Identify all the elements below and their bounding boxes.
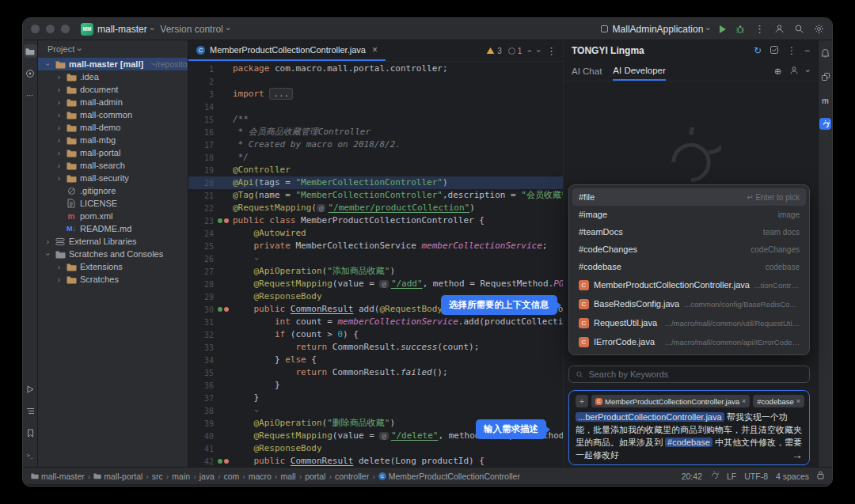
context-menu-item[interactable]: #codeChanges codeChanges [572,241,806,258]
code-line[interactable]: 31 int count = memberCollectionService.a… [188,316,563,328]
remove-chip-icon[interactable]: × [796,397,800,405]
code-line[interactable]: 34 } else { [188,354,563,366]
tree-item[interactable]: › mall-admin [38,96,188,108]
tree-item[interactable]: › mall-demo [38,121,188,134]
line-number[interactable]: 30 [188,303,214,316]
line-number[interactable]: 3 [188,88,214,100]
tree-item[interactable]: › .idea [38,70,188,83]
gutter-icons[interactable] [214,265,233,278]
line-number[interactable]: 1 [188,63,214,75]
line-number[interactable]: 24 [188,227,214,240]
code-line[interactable]: 27 @ApiOperation("添加商品收藏") [188,265,563,278]
gutter-icons[interactable] [214,240,233,252]
breadcrumb-item[interactable]: main [172,472,190,481]
breadcrumb-item[interactable]: src [152,472,163,481]
breadcrumb-item[interactable]: java [200,472,215,481]
spring-bean-icon[interactable] [218,218,222,223]
tree-item[interactable]: › Extensions [38,260,188,273]
line-number[interactable]: 17 [188,138,214,151]
context-file-item[interactable]: C IErrorCode.java .../macro/mall/common/… [572,332,806,351]
dependencies-icon[interactable] [819,70,832,83]
gutter-icons[interactable] [214,442,233,455]
inspections-warnings[interactable]: 3 [486,47,502,55]
expand-chevron-icon[interactable]: › [55,111,63,119]
line-number[interactable]: 22 [188,202,214,214]
kebab-menu-icon[interactable]: ⋮ [754,23,765,35]
line-number[interactable]: 19 [188,164,214,176]
gutter-icons[interactable] [214,430,233,442]
project-panel-header[interactable]: Project › [38,40,188,58]
notifications-icon[interactable] [819,47,832,59]
context-menu-item[interactable]: #image image [572,206,806,223]
user-icon[interactable] [774,24,785,34]
context-file-item[interactable]: C BaseRedisConfig.java ...common/config/… [572,294,806,313]
editor-tab[interactable]: C MemberProductCollectionController.java… [188,40,386,61]
tree-item[interactable]: › Scratches and Consoles [38,248,188,260]
window-controls[interactable] [31,25,70,33]
keyword-search-input[interactable] [588,369,803,379]
editor-options-icon[interactable]: ⋮ [546,45,557,57]
terminal-tool-button[interactable]: >_ [24,449,37,462]
structure-tool-button[interactable] [24,404,37,418]
breadcrumb-item[interactable]: CMemberProductCollectionController [378,472,520,481]
tree-item[interactable]: M↓ README.md [38,222,188,235]
expand-chevron-icon[interactable]: › [44,237,51,246]
indent-selector[interactable]: 4 spaces [776,472,809,481]
tree-item[interactable]: › mall-search [38,159,188,172]
commit-tool-button[interactable] [24,66,37,80]
gutter-icons[interactable] [214,176,233,189]
endpoint-icon[interactable] [224,218,229,223]
inspections-weak-warnings[interactable]: 1 [508,47,522,55]
expand-chevron-icon[interactable]: › [55,85,63,94]
readonly-lock-icon[interactable] [817,471,824,481]
code-line[interactable]: 22 @RequestMapping(@"/member/productColl… [188,202,563,214]
code-line[interactable]: 38 › [188,404,563,417]
gutter-icons[interactable] [214,379,233,392]
run-configuration-selector[interactable]: MallAdminApplication › [600,24,710,35]
gutter-icons[interactable] [214,404,233,417]
tree-item[interactable]: › mall-common [38,108,188,121]
code-line[interactable]: 17 * Created by macro on 2018/8/2. [188,138,563,151]
gutter-icons[interactable] [214,164,233,176]
code-line[interactable]: 18 */ [188,151,563,164]
inline-mention-chip[interactable]: #codebase [665,438,712,447]
more-tools-button[interactable]: ⋯ [24,89,37,102]
line-number[interactable]: 15 [188,113,214,126]
line-number[interactable]: 34 [188,354,214,366]
chevron-down-icon[interactable]: › [804,70,813,73]
inline-mention-chip[interactable]: ...berProductCollectionController.java [576,412,724,422]
code-line[interactable]: 32 if (count > 0) { [188,328,563,341]
expand-chevron-icon[interactable]: › [55,149,63,157]
line-number[interactable]: 25 [188,240,214,252]
code-line[interactable]: 36 } [188,379,563,392]
code-line[interactable]: 2 [188,75,563,88]
gutter-icons[interactable] [214,417,233,430]
add-context-button[interactable]: + [576,395,588,407]
gutter-icons[interactable] [214,227,233,240]
gutter-icons[interactable] [214,151,233,164]
debug-button[interactable] [735,25,745,34]
expand-chevron-icon[interactable]: › [55,73,63,81]
code-line[interactable]: 14 [188,100,563,113]
breadcrumb-item[interactable]: com [223,472,239,481]
gutter-icons[interactable] [214,290,233,303]
vcs-selector[interactable]: Version control › [160,24,230,35]
spring-bean-icon[interactable] [218,459,222,464]
expand-chevron-icon[interactable]: › [55,263,63,271]
gutter-icons[interactable] [214,354,233,366]
caret-position[interactable]: 20:42 [682,472,702,481]
run-button[interactable] [720,25,726,33]
gutter-icons[interactable] [214,189,233,202]
expand-chevron-icon[interactable]: › [44,251,52,258]
tasks-icon[interactable] [770,45,779,57]
encoding-selector[interactable]: UTF-8 [744,472,768,481]
line-number[interactable]: 42 [188,455,214,467]
code-line[interactable]: 26 › [188,252,563,265]
context-chip[interactable]: #codebase × [753,395,804,407]
chat-input-message[interactable]: ...berProductCollectionController.java 帮… [576,411,803,461]
code-line[interactable]: 20 @Api(tags = "MemberCollectionControll… [188,176,563,189]
code-line[interactable]: 28 @RequestMapping(value = @"/add", meth… [188,278,563,290]
gutter-icons[interactable] [214,392,233,404]
run-tool-button[interactable] [24,382,37,396]
project-tool-button[interactable] [24,44,37,58]
